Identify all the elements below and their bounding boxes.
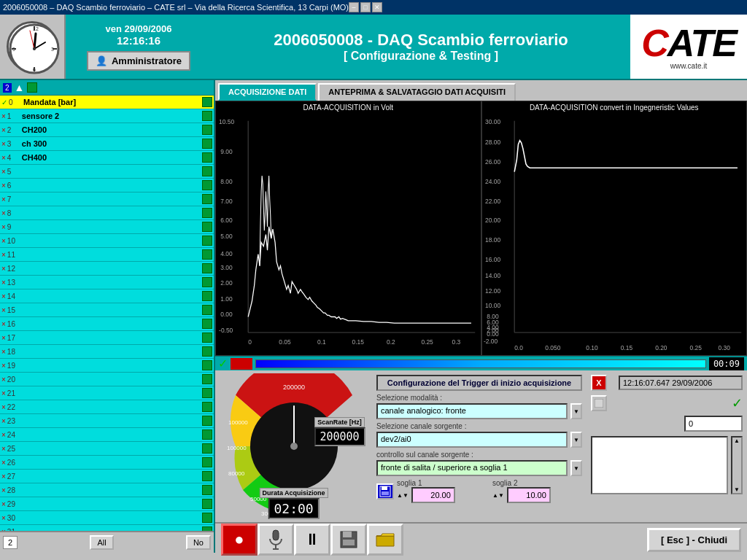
pause-button[interactable]: ⏸ (294, 524, 330, 556)
duration-label: Durata Acquisizione (259, 488, 328, 498)
source-input[interactable]: dev2/ai0 (376, 432, 568, 448)
row-num-11: 11 (7, 251, 22, 259)
svg-text:0.15: 0.15 (620, 344, 632, 351)
save-config-button[interactable] (376, 483, 394, 499)
svg-text:4.00: 4.00 (220, 250, 233, 257)
sidebar-row-1[interactable]: ×1sensore 2 (0, 109, 214, 123)
sidebar-row-25[interactable]: ×25 (0, 442, 214, 456)
tab-acquisizione[interactable]: ACQUISIZIONE DATI (218, 83, 317, 101)
sidebar-row-13[interactable]: ×13 (0, 276, 214, 289)
control-dropdown[interactable]: ▼ (570, 460, 582, 476)
sidebar-row-20[interactable]: ×20 (0, 373, 214, 386)
row-num-23: 23 (7, 417, 22, 425)
svg-text:18.00: 18.00 (485, 236, 500, 244)
control-input[interactable]: fronte di salita / superiore a soglia 1 (376, 460, 568, 476)
tab-anteprima[interactable]: ANTEPRIMA & SALVATAGGIO DATI ACQUISITI (318, 83, 516, 101)
sidebar-row-30[interactable]: ×30 (0, 511, 214, 525)
sidebar-row-31[interactable]: ×31 (0, 525, 214, 531)
rc-checkbox[interactable] (591, 395, 607, 411)
sidebar-row-8[interactable]: ×8 (0, 206, 214, 220)
sidebar-row-2[interactable]: ×2CH200 (0, 123, 214, 137)
svg-text:1.00: 1.00 (220, 295, 233, 303)
row-x-5: × (1, 168, 6, 176)
row-num-24: 24 (7, 431, 22, 439)
sidebar-row-7[interactable]: ×7 (0, 192, 214, 206)
sidebar-row-27[interactable]: ×27 (0, 470, 214, 483)
logo-section: CATE www.cate.it (630, 15, 747, 79)
svg-text:100000: 100000 (227, 445, 247, 451)
sidebar-row-10[interactable]: ×10 (0, 234, 214, 248)
maximize-button[interactable]: □ (360, 2, 371, 12)
mode-input[interactable]: canale analogico: fronte (376, 403, 568, 419)
row-icon-28 (202, 485, 212, 495)
soglia2-up-icon[interactable]: ▲▼ (492, 492, 504, 499)
row-icon-25 (202, 443, 212, 454)
rc-close-button[interactable]: X (591, 375, 607, 391)
sidebar-row-18[interactable]: ×18 (0, 345, 214, 359)
sidebar-row-19[interactable]: ×19 (0, 359, 214, 373)
mode-dropdown[interactable]: ▼ (570, 403, 582, 419)
sidebar-row-15[interactable]: ×15 (0, 303, 214, 317)
close-button[interactable]: ✕ (372, 2, 382, 12)
clock-svg: 12 3 6 9 (9, 23, 60, 74)
sidebar-row-26[interactable]: ×26 (0, 456, 214, 470)
time-label: 12:16:16 (117, 34, 160, 47)
svg-point-8 (33, 47, 36, 50)
sidebar-row-14[interactable]: ×14 (0, 289, 214, 303)
gauge-container: 200000 100000 100000 80000 50000 30000 1… (221, 373, 367, 519)
sidebar-row-16[interactable]: ×16 (0, 317, 214, 331)
row-x-25: × (1, 445, 6, 453)
esc-close-button[interactable]: [ Esc ] - Chiudi (647, 528, 741, 552)
rc-num-input[interactable] (684, 416, 743, 432)
sidebar-row-3[interactable]: ×3ch 300 (0, 137, 214, 151)
scrollbar-up[interactable]: ▲ (732, 438, 741, 444)
row-num-26: 26 (7, 459, 22, 467)
sidebar-row-17[interactable]: ×17 (0, 331, 214, 345)
row-num-13: 13 (7, 279, 22, 287)
rc-datetime: 12:16:07.647 29/09/2006 (619, 376, 743, 390)
duration-value[interactable]: 02:00 (268, 498, 320, 519)
sidebar-row-24[interactable]: ×24 (0, 428, 214, 442)
row-icon-21 (202, 388, 212, 398)
sidebar-row-5[interactable]: ×5 (0, 165, 214, 179)
row-icon-20 (202, 374, 212, 384)
svg-rect-78 (343, 540, 355, 545)
folder-button[interactable] (367, 524, 403, 556)
scrollbar-down[interactable]: ▼ (732, 486, 741, 493)
svg-text:12.00: 12.00 (485, 287, 500, 295)
sidebar-row-21[interactable]: ×21 (0, 386, 214, 400)
left-chart-title: DATA-ACQUISITION in Volt (216, 104, 481, 112)
source-dropdown[interactable]: ▼ (570, 432, 582, 448)
sidebar-row-29[interactable]: ×29 (0, 497, 214, 511)
save-button[interactable] (330, 524, 367, 556)
sidebar-row-11[interactable]: ×11 (0, 248, 214, 262)
row-x-21: × (1, 389, 6, 397)
sidebar-row-9[interactable]: ×9 (0, 220, 214, 234)
sidebar-row-28[interactable]: ×28 (0, 483, 214, 497)
sidebar-row-23[interactable]: ×23 (0, 414, 214, 428)
rc-check-icon[interactable]: ✓ (732, 395, 743, 411)
record-button[interactable]: ● (221, 524, 258, 556)
sidebar-row-4[interactable]: ×4CH400 (0, 151, 214, 165)
row-x-18: × (1, 348, 6, 356)
no-button[interactable]: No (186, 535, 211, 550)
mic-button[interactable] (258, 524, 294, 556)
clock-section: 12 3 6 9 (0, 15, 66, 79)
soglia1-input[interactable] (411, 487, 455, 503)
sidebar-row-22[interactable]: ×22 (0, 400, 214, 414)
svg-text:0.0: 0.0 (514, 344, 523, 351)
rc-textbox[interactable] (591, 436, 728, 494)
soglia1-up-icon[interactable]: ▲▼ (397, 492, 409, 499)
svg-text:3: 3 (51, 47, 54, 52)
sidebar-row-6[interactable]: ×6 (0, 179, 214, 192)
scanrate-value[interactable]: 200000 (314, 427, 365, 446)
minimize-button[interactable]: – (349, 2, 359, 12)
row-icon-0 (202, 97, 212, 107)
row-icon-30 (202, 513, 212, 523)
sidebar-row-12[interactable]: ×12 (0, 262, 214, 276)
sidebar-row-0[interactable]: ✓0Mandata [bar] (0, 96, 214, 109)
rc-scrollbar[interactable]: ▲ ▼ (731, 436, 743, 494)
sidebar-green-icon (27, 82, 37, 93)
soglia2-input[interactable] (507, 487, 551, 503)
all-button[interactable]: All (90, 535, 113, 550)
